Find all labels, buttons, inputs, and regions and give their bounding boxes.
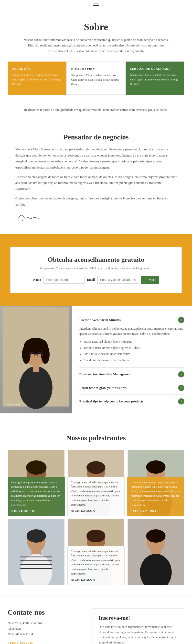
- tagline-text: Realizamos reparos de alta qualidade em …: [0, 102, 192, 123]
- speaker-name-nina: NINA HUDSON: [11, 509, 61, 513]
- accordion-body-text-1: Interdum velit euismod in pellentesque m…: [79, 326, 184, 337]
- accordion-title-4: Practical tips to help you price your pr…: [79, 399, 144, 403]
- svg-point-23: [146, 460, 165, 474]
- gold-section: Obtenha aconselhamento gratuito Sample t…: [0, 234, 192, 306]
- signature: [15, 212, 177, 224]
- footer-contact: Contate-nos Nova York, 4140 Parker Rd. A…: [8, 608, 87, 644]
- speaker-quote-nick: Consegui meu primeiro emprego antes da f…: [71, 480, 121, 507]
- business-p2: Eu desenho embalagens de todos os tipos …: [15, 174, 177, 192]
- business-p3: Conte-me sobre suas necessidades de desi…: [15, 195, 177, 207]
- speaker-nick-text: Consegui meu primeiro emprego antes da f…: [67, 546, 124, 585]
- speaker-card-nick: Consegui meu primeiro emprego antes da f…: [67, 450, 124, 516]
- speaker-overlay-nick: Consegui meu primeiro emprego antes da f…: [67, 477, 124, 516]
- accordion-list-1: Mattis nunc sed blandit libero volutpat.…: [83, 339, 184, 363]
- speaker-card-stella: Consegui meu primeiro emprego antes da f…: [127, 450, 184, 516]
- svg-point-28: [27, 529, 46, 543]
- svg-text:Imagem de freepik: Imagem de freepik: [5, 403, 21, 406]
- svg-point-1: [19, 366, 52, 409]
- footer-contact-title: Contate-nos: [8, 608, 87, 616]
- speaker-quote-nina: Consegui meu primeiro emprego antes da f…: [11, 480, 61, 507]
- speaker-quote-nick2: Consegui meu primeiro emprego antes da f…: [71, 549, 121, 576]
- list-item: Blandit turpis cursus in hac habitasse.: [83, 358, 184, 363]
- accordion-toggle-2[interactable]: +: [178, 371, 184, 377]
- accordion-section: Create a Webinar in Minutes + Interdum v…: [72, 306, 192, 413]
- card-servico: SERVIÇO DE QUALIDADE Sample text. Click …: [126, 62, 184, 95]
- card-body-3: Sample text. Click to select the text bo…: [130, 73, 180, 86]
- navbar: [0, 0, 192, 11]
- card-title-3: SERVIÇO DE QUALIDADE: [130, 67, 180, 70]
- accordion-toggle-3[interactable]: +: [178, 385, 184, 391]
- list-item: Purus ut faucibus pulvinar elementum.: [83, 351, 184, 356]
- accordion-item-4: Practical tips to help you price your pr…: [79, 395, 184, 408]
- name-label: Name: [33, 278, 41, 282]
- business-title: Pensador de negócios: [15, 133, 177, 141]
- gold-form: Name Email Enviar: [23, 276, 169, 284]
- svg-rect-6: [33, 365, 39, 372]
- accordion-item-1: Create a Webinar in Minutes + Interdum v…: [79, 313, 184, 368]
- footer-signup: Inscreva-me! Duis aute irure dolor in re…: [92, 608, 184, 644]
- card-body-1: Sample text. Click to select the text bo…: [12, 73, 62, 86]
- accordion-toggle-4[interactable]: +: [178, 398, 184, 404]
- accordion-body-1: Interdum velit euismod in pellentesque m…: [79, 326, 184, 363]
- speaker-quote-stella: Consegui meu primeiro emprego antes da f…: [131, 480, 181, 507]
- feature-cards: SOBRE NÓS Sample text. Click to select t…: [0, 62, 192, 102]
- footer-phone: +1 (555) 666 77 89: [8, 640, 87, 644]
- two-col-section: Imagem de freepik Create a Webinar in Mi…: [0, 306, 192, 424]
- card-title-2: DICAS RÁPIDAS: [71, 67, 121, 70]
- card-title-1: SOBRE NÓS: [12, 67, 62, 70]
- gold-subtitle: Sample text. Click to select the text bo…: [23, 267, 169, 270]
- send-button[interactable]: Enviar: [141, 276, 159, 284]
- accordion-header-4[interactable]: Practical tips to help you price your pr…: [79, 398, 184, 404]
- speaker-card-center2: Consegui meu primeiro emprego antes da f…: [67, 519, 124, 585]
- footer-signup-text: Duis aute irure dolor in reprehenderit i…: [99, 624, 178, 644]
- speaker-name-nick2: NICK LARSON: [71, 578, 121, 582]
- column-image: Imagem de freepik: [0, 306, 72, 413]
- accordion-toggle-1[interactable]: +: [178, 317, 184, 323]
- gold-inner-box: Obtenha aconselhamento gratuito Sample t…: [10, 247, 182, 293]
- business-section: Pensador de negócios Meu nome é Mark Sta…: [0, 123, 192, 234]
- card-body-2: Sample text. Click to select the text bo…: [71, 73, 121, 87]
- svg-point-18: [87, 461, 105, 474]
- svg-point-37: [87, 530, 105, 542]
- speakers-section: Nossos palestrantes Consegui meu primeir…: [0, 424, 192, 595]
- list-item: Mattis nunc sed blandit libero volutpat.: [83, 339, 184, 344]
- name-input[interactable]: [44, 276, 84, 284]
- speaker-card-right2: [127, 519, 184, 585]
- hero-section: Sobre Nossos consultores automotivos fác…: [0, 11, 192, 62]
- hamburger-menu[interactable]: [93, 4, 99, 7]
- svg-point-13: [26, 460, 47, 475]
- card-dicas: DICAS RÁPIDAS Sample text. Click to sele…: [66, 62, 125, 95]
- footer-signup-title: Inscreva-me!: [99, 615, 178, 621]
- business-p1: Meu nome é Mark Stanson e sou um empacke…: [15, 146, 177, 170]
- accordion-header-3[interactable]: Learn how to grow your business +: [79, 385, 184, 391]
- svg-point-42: [146, 529, 165, 543]
- speaker-card-left2: [8, 519, 65, 585]
- accordion-title-2: Business Sustainability Management: [79, 372, 132, 376]
- hero-description: Nossos consultores automotivos fáceis de…: [20, 37, 172, 54]
- footer-address: Nova York, 4140 Parker Rd. Allentown, No…: [8, 621, 87, 637]
- accordion-item-3: Learn how to grow your business +: [79, 381, 184, 395]
- card-sobre-nos: SOBRE NÓS Sample text. Click to select t…: [8, 62, 66, 95]
- gold-title: Obtenha aconselhamento gratuito: [23, 256, 169, 264]
- accordion-header-2[interactable]: Business Sustainability Management +: [79, 371, 184, 377]
- accordion-item-2: Business Sustainability Management +: [79, 368, 184, 381]
- speaker-card-nina: Consegui meu primeiro emprego antes da f…: [8, 450, 65, 516]
- accordion-title-1: Create a Webinar in Minutes: [79, 318, 121, 322]
- speakers-grid: Consegui meu primeiro emprego antes da f…: [8, 450, 184, 585]
- speakers-title: Nossos palestrantes: [8, 434, 184, 442]
- speaker-overlay-nina: Consegui meu primeiro emprego antes da f…: [8, 477, 65, 516]
- speaker-name-stella: STELLA PERRY: [131, 509, 181, 513]
- accordion-header-1[interactable]: Create a Webinar in Minutes +: [79, 317, 184, 323]
- accordion-title-3: Learn how to grow your business: [79, 386, 126, 390]
- list-item: Tortor in risus viverra adipiscing em in…: [83, 345, 184, 350]
- speaker-overlay-stella: Consegui meu primeiro emprego antes da f…: [127, 477, 184, 516]
- email-label: Email: [87, 278, 95, 282]
- speaker-name-nick: NICK LARSON: [71, 509, 121, 513]
- page-title: Sobre: [20, 21, 172, 32]
- footer: Contate-nos Nova York, 4140 Parker Rd. A…: [0, 595, 192, 644]
- email-input[interactable]: [97, 276, 138, 284]
